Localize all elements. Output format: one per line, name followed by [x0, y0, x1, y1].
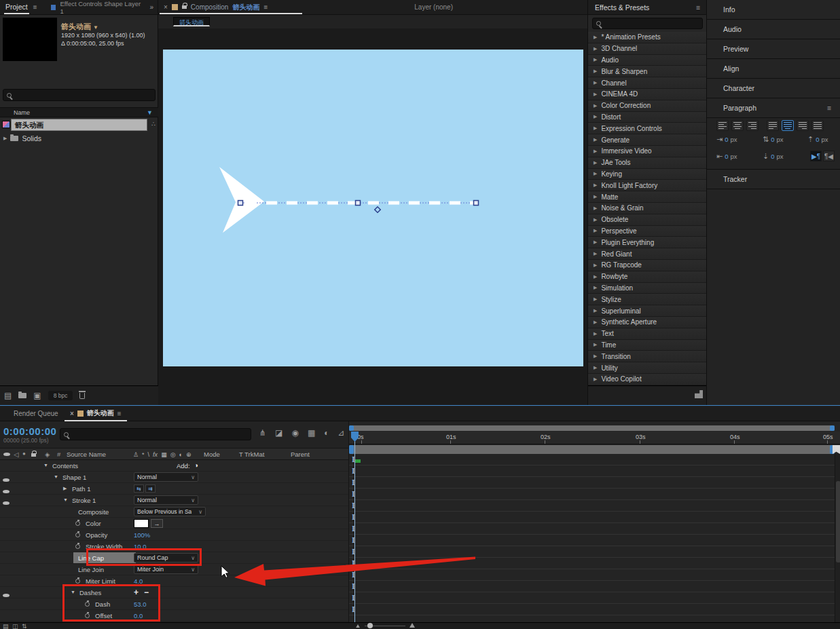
twirl-right-icon[interactable]: ▶: [594, 308, 597, 313]
effects-category-red-giant[interactable]: ▶Red Giant: [588, 248, 707, 260]
twirl-right-icon[interactable]: ▶: [63, 486, 67, 491]
twirl-right-icon[interactable]: ▶: [594, 217, 597, 223]
effects-category-stylize[interactable]: ▶Stylize: [588, 294, 707, 305]
stopwatch-icon[interactable]: [85, 613, 90, 618]
project-search-input[interactable]: [3, 89, 156, 101]
path-out-icon[interactable]: ⇉: [145, 484, 156, 493]
space-after-value[interactable]: 0: [771, 153, 774, 160]
twirl-right-icon[interactable]: ▶: [594, 46, 597, 52]
column-parent[interactable]: Parent: [291, 451, 310, 458]
new-composition-icon[interactable]: ▣: [33, 391, 41, 400]
tab-project[interactable]: Project: [4, 1, 29, 14]
twirl-right-icon[interactable]: ▶: [594, 274, 597, 280]
color-picker-button[interactable]: →: [151, 519, 163, 528]
effects-category-jae-tools[interactable]: ▶JAe Tools: [588, 157, 707, 169]
visibility-toggle[interactable]: [3, 487, 10, 495]
twirl-right-icon[interactable]: ▶: [594, 149, 597, 154]
effects-category-generate[interactable]: ▶Generate: [588, 134, 707, 146]
tab-composition-name[interactable]: 箭头动画: [232, 3, 259, 12]
tab-timeline-comp[interactable]: × 箭头动画 ≡: [65, 406, 127, 421]
justify-last-right-button[interactable]: [797, 120, 809, 131]
visibility-toggle[interactable]: [3, 591, 10, 598]
effects-category-matte[interactable]: ▶Matte: [588, 191, 707, 203]
property-dropdown[interactable]: Round Cap∨: [134, 553, 198, 563]
twirl-right-icon[interactable]: ▶: [594, 103, 597, 109]
trash-icon[interactable]: [79, 393, 85, 399]
remove-dash-button[interactable]: −: [144, 588, 149, 597]
twirl-right-icon[interactable]: ▶: [594, 297, 597, 302]
current-time-display[interactable]: 0:00:00:00: [3, 425, 56, 437]
panel-header-character[interactable]: Character: [707, 79, 840, 98]
twirl-right-icon[interactable]: ▶: [594, 69, 597, 74]
twirl-right-icon[interactable]: ▶: [594, 331, 597, 337]
motion-blur-icon[interactable]: ◐: [324, 428, 329, 438]
project-item-comp[interactable]: 箭头动画 ∴: [0, 119, 158, 131]
mini-flowchart-icon[interactable]: ⋔: [259, 428, 266, 438]
panel-header-align[interactable]: Align: [707, 59, 840, 79]
tab-render-queue[interactable]: Render Queue: [14, 410, 58, 417]
timeline-row-stroke-1[interactable]: ▼Stroke 1Normal∨: [0, 495, 348, 506]
timeline-row-shape-1[interactable]: ▼Shape 1Normal∨: [0, 472, 348, 483]
stopwatch-icon[interactable]: [75, 533, 80, 537]
close-tab-icon[interactable]: ×: [70, 410, 74, 417]
justify-last-center-button[interactable]: [782, 120, 794, 131]
column-mode[interactable]: Mode: [204, 451, 220, 458]
indent-left-margin-field[interactable]: ⇥0px: [716, 135, 737, 144]
property-value[interactable]: 10.0: [134, 543, 147, 550]
property-dropdown[interactable]: Normal∨: [134, 495, 198, 505]
twirl-down-icon[interactable]: ▼: [54, 474, 58, 479]
timeline-horizontal-scrollbar[interactable]: [349, 425, 835, 431]
indent-right-margin-value[interactable]: 0: [725, 153, 728, 160]
panel-header-audio[interactable]: Audio: [707, 20, 840, 39]
twirl-right-icon[interactable]: ▶: [594, 285, 597, 290]
twirl-right-icon[interactable]: ▶: [594, 126, 597, 131]
twirl-right-icon[interactable]: ▶: [594, 206, 597, 211]
indent-first-line-field[interactable]: ⇅0px: [763, 135, 784, 144]
twirl-down-icon[interactable]: ▼: [63, 497, 68, 502]
zoom-out-icon[interactable]: [356, 624, 360, 628]
stopwatch-icon[interactable]: [75, 579, 80, 584]
twirl-right-icon[interactable]: ▶: [594, 228, 597, 233]
effects-search-input[interactable]: [592, 18, 703, 29]
twirl-down-icon[interactable]: ▼: [43, 463, 48, 468]
effects-category-cinema-4d[interactable]: ▶CINEMA 4D: [588, 89, 707, 100]
twirl-right-icon[interactable]: ▶: [594, 365, 597, 370]
text-direction-ltr-button[interactable]: ▶¶: [810, 151, 822, 161]
property-value[interactable]: 53.0: [134, 601, 147, 608]
tab-composition-label[interactable]: Composition: [191, 3, 229, 11]
work-area-bar[interactable]: [349, 445, 835, 454]
new-folder-icon[interactable]: [18, 393, 26, 398]
composition-canvas[interactable]: [163, 50, 583, 366]
twirl-right-icon[interactable]: ▶: [594, 251, 597, 256]
graph-editor-icon[interactable]: ⊿: [337, 428, 344, 438]
property-dropdown[interactable]: Normal∨: [134, 472, 198, 482]
path-vertex[interactable]: [474, 201, 479, 206]
twirl-right-icon[interactable]: ▶: [594, 80, 597, 85]
timeline-row-offset[interactable]: Offset0.0: [0, 610, 348, 622]
effects-category-rg-trapcode[interactable]: ▶RG Trapcode: [588, 260, 707, 271]
stopwatch-icon[interactable]: [85, 602, 90, 607]
expand-layers-icon[interactable]: ▤: [3, 623, 9, 629]
stopwatch-icon[interactable]: [75, 544, 80, 549]
tab-layer[interactable]: Layer (none): [414, 3, 453, 11]
align-center-button[interactable]: [731, 120, 744, 131]
indent-right-margin-field[interactable]: ⇤0px: [716, 152, 737, 161]
align-right-button[interactable]: [746, 120, 759, 131]
space-after-field[interactable]: ⇣0px: [763, 152, 784, 161]
twirl-right-icon[interactable]: ▶: [594, 377, 597, 382]
effects-category-audio[interactable]: ▶Audio: [588, 55, 707, 66]
effects-category--animation-presets[interactable]: ▶* Animation Presets: [588, 32, 707, 43]
text-direction-rtl-button[interactable]: ¶◀: [823, 151, 835, 161]
stopwatch-icon[interactable]: [75, 521, 80, 526]
effects-category-noise-grain[interactable]: ▶Noise & Grain: [588, 203, 707, 214]
breadcrumb-comp-button[interactable]: 箭头动画: [173, 17, 210, 26]
space-before-field[interactable]: ⇡0px: [807, 135, 828, 144]
panel-menu-icon[interactable]: ≡: [117, 410, 122, 417]
frame-blend-icon[interactable]: ▦: [308, 428, 315, 438]
column-source-name[interactable]: Source Name: [67, 451, 106, 458]
work-area-start-handle[interactable]: [349, 445, 354, 454]
column-trkmat[interactable]: T TrkMat: [239, 451, 264, 458]
effects-category-synthetic-aperture[interactable]: ▶Synthetic Aperture: [588, 317, 707, 328]
twirl-right-icon[interactable]: ▶: [594, 320, 597, 325]
timeline-row-opacity[interactable]: Opacity100%: [0, 529, 348, 541]
